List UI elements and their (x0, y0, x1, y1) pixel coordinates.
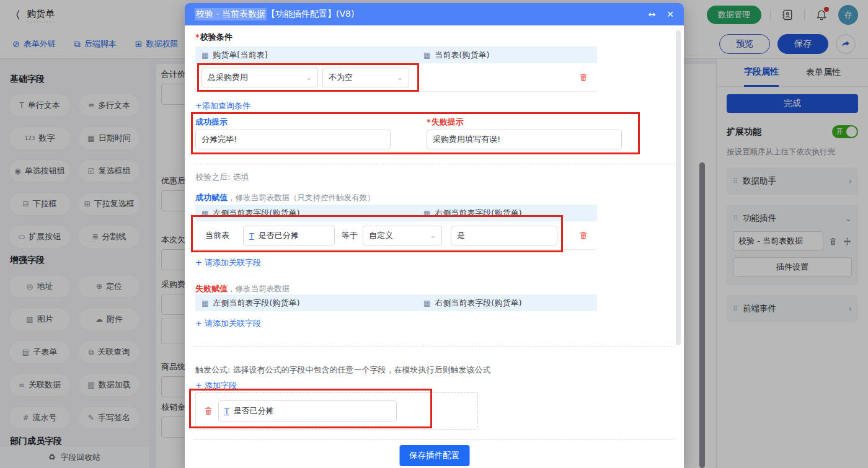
success-tip-label: 成功提示 (195, 117, 228, 128)
delete-formula-field-icon[interactable] (203, 406, 213, 416)
assign-field-box[interactable]: T 是否已分摊 (243, 226, 335, 245)
delete-assign-icon[interactable] (578, 231, 588, 241)
condition-section-label: 校验条件 (195, 32, 232, 43)
assign-right-header: 右侧当前表字段(购货单) (435, 208, 521, 219)
assign-value-input[interactable]: 是 (451, 226, 557, 245)
assign-field-value: 是否已分摊 (259, 230, 299, 241)
after-validation-note: 校验之后: 选填 (195, 172, 249, 183)
plugin-config-modal: 校验 - 当前表数据 【功能插件配置】(V8) ↔ ✕ 校验条件 ▦购货单[当前… (185, 3, 684, 468)
success-assign-desc: ，修改当前表数据（只支持控件触发有效） (228, 193, 375, 202)
delete-condition-icon[interactable] (578, 73, 588, 82)
app-root: 〈 购货单 数据管理 存 ⊘ 表单外链 ⧉ 后端脚本 (0, 0, 868, 468)
success-tip-input[interactable]: 分摊完毕! (195, 130, 391, 149)
formula-field-box: T 是否已分摊 (195, 392, 478, 430)
modal-title-rest: 【功能插件配置】(V8) (267, 9, 354, 20)
modal-scrollbar[interactable] (676, 30, 681, 345)
success-assign-table: ▦左侧当前表字段(购货单) ▦右侧当前表字段(购货单) 当前表 T 是否已分摊 … (195, 205, 597, 250)
condition-left-header: 购货单[当前表] (213, 50, 267, 61)
condition-operator-select[interactable]: 不为空 ⌄ (322, 68, 409, 87)
modal-header: 校验 - 当前表数据 【功能插件配置】(V8) ↔ ✕ (185, 3, 684, 25)
chevron-down-icon: ⌄ (397, 73, 403, 82)
add-condition-link[interactable]: +添加查询条件 (195, 100, 250, 112)
fail-assign-label: 失败赋值 (195, 284, 228, 293)
selected-value: 不为空 (329, 72, 353, 83)
chevron-down-icon: ⌄ (430, 231, 436, 240)
condition-field-select[interactable]: 总采购费用 ⌄ (202, 68, 318, 87)
fail-assign-table: ▦左侧当前表字段(购货单) ▦右侧当前表字段(购货单) (195, 294, 597, 311)
divider (193, 346, 675, 347)
selected-value: 总采购费用 (208, 72, 248, 83)
fail-assign-title: 失败赋值，修改当前表数据 (195, 283, 290, 294)
current-table-label: 当前表 (205, 230, 229, 241)
text-field-icon: T (249, 231, 254, 241)
fail-tip-label: 失败提示 (427, 117, 464, 128)
add-fail-assign-link[interactable]: + 请添加关联字段 (195, 318, 261, 329)
divider (193, 164, 675, 164)
assign-right-header: 右侧当前表字段(购货单) (435, 298, 521, 309)
table-icon: ▦ (202, 209, 208, 218)
add-success-assign-link[interactable]: + 请添加关联字段 (195, 257, 261, 268)
assign-left-header: 左侧当前表字段(购货单) (213, 208, 299, 219)
success-assign-title: 成功赋值，修改当前表数据（只支持控件触发有效） (195, 192, 375, 203)
equals-label: 等于 (342, 230, 358, 241)
formula-field-value: 是否已分摊 (234, 405, 274, 417)
table-icon: ▦ (423, 299, 430, 307)
table-icon: ▦ (202, 299, 208, 307)
formula-description: 触发公式: 选择设有公式的字段中包含的任意一个字段，在模块执行后则触发该公式 (195, 364, 491, 376)
input-value: 是 (457, 230, 465, 241)
divider (193, 439, 675, 440)
table-icon: ▦ (423, 51, 430, 60)
success-assign-label: 成功赋值 (195, 193, 228, 202)
modal-title-highlight: 校验 - 当前表数据 (195, 8, 267, 20)
expand-icon[interactable]: ↔ (649, 9, 656, 19)
input-value: 采购费用填写有误! (433, 134, 500, 145)
assign-type-select[interactable]: 自定义 ⌄ (363, 226, 442, 245)
condition-table: ▦购货单[当前表] ▦当前表(购货单) 总采购费用 ⌄ 不为空 ⌄ (195, 46, 597, 92)
add-field-link[interactable]: + 添加字段 (195, 380, 237, 391)
condition-right-header: 当前表(购货单) (435, 50, 489, 61)
chevron-down-icon: ⌄ (306, 73, 312, 82)
fail-assign-desc: ，修改当前表数据 (228, 284, 290, 293)
input-value: 分摊完毕! (202, 134, 237, 145)
formula-field-input[interactable]: T 是否已分摊 (218, 400, 397, 422)
selected-value: 自定义 (369, 230, 393, 241)
assign-left-header: 左侧当前表字段(购货单) (213, 298, 299, 309)
fail-tip-input[interactable]: 采购费用填写有误! (427, 130, 622, 149)
text-field-icon: T (224, 407, 229, 416)
table-icon: ▦ (202, 51, 208, 60)
close-icon[interactable]: ✕ (666, 9, 674, 19)
save-plugin-config-button[interactable]: 保存插件配置 (399, 445, 469, 466)
table-icon: ▦ (423, 209, 430, 218)
